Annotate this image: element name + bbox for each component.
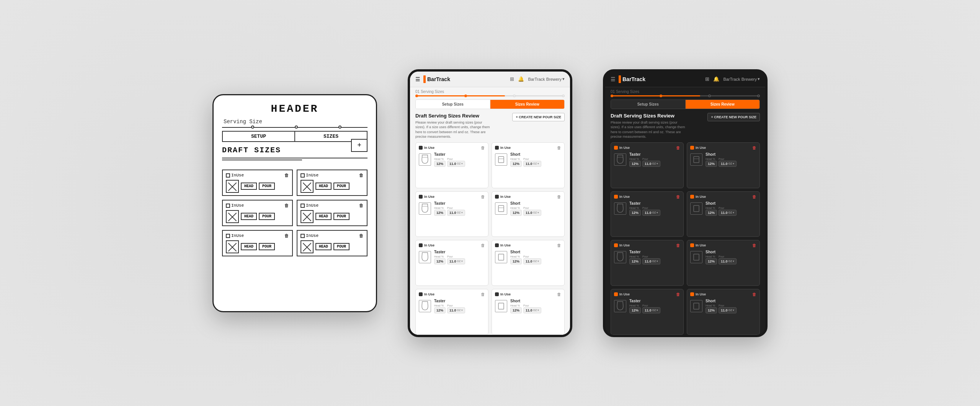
sketch-trash-1[interactable]: 🗑 [284,173,289,178]
light-head-val-4[interactable]: 12% [510,210,522,216]
dark-head-val-4[interactable]: 12% [706,210,717,216]
light-pour-val-3[interactable]: 11.0 OZ ▾ [447,210,465,216]
light-card-checkbox-1[interactable]: ✓ [419,146,423,150]
dark-pour-val-5[interactable]: 11.0 OZ ▾ [642,258,660,264]
sketch-checkbox-5[interactable] [226,234,230,238]
dark-card-delete-5[interactable]: 🗑 [676,243,680,248]
dark-card-delete-7[interactable]: 🗑 [676,292,680,297]
light-card-delete-1[interactable]: 🗑 [481,145,485,150]
light-card-delete-5[interactable]: 🗑 [481,243,485,248]
light-card-delete-6[interactable]: 🗑 [557,243,561,248]
dark-card-checkbox-3[interactable]: ✓ [614,195,618,199]
dark-brewery-label[interactable]: BarTrack Brewery ▾ [723,77,760,82]
light-head-val-3[interactable]: 12% [434,210,446,216]
dark-grid-icon[interactable]: ⊞ [705,76,709,82]
dark-logo: BarTrack [619,75,645,83]
light-card-delete-7[interactable]: 🗑 [481,292,485,297]
dark-bell-icon[interactable]: 🔔 [713,76,719,82]
tab-sizes-review[interactable]: Sizes Review [490,100,565,109]
dark-pour-val-7[interactable]: 11.0 OZ ▾ [642,307,660,313]
light-card-checkbox-6[interactable]: ✓ [495,243,499,247]
dark-create-pour-button[interactable]: + CREATE NEW POUR SIZE [707,113,760,121]
light-head-val-6[interactable]: 12% [510,258,522,264]
dark-head-val-8[interactable]: 12% [706,307,717,313]
dark-head-val-1[interactable]: 12% [629,161,641,167]
dark-head-val-3[interactable]: 12% [629,210,641,216]
dark-pour-val-8[interactable]: 11.0 OZ ▾ [719,307,737,313]
light-brewery-label[interactable]: BarTrack Brewery ▾ [528,77,565,82]
sketch-add-button[interactable]: + [351,139,368,152]
sketch-underline2 [222,160,302,160]
light-card-checkbox-3[interactable]: ✓ [419,195,423,199]
dark-card-delete-1[interactable]: 🗑 [676,145,680,150]
light-pour-val-1[interactable]: 11.0 OZ ▾ [447,161,465,167]
light-card-checkbox-7[interactable]: ✓ [419,292,423,296]
dark-head-val-7[interactable]: 12% [629,307,641,313]
dark-card-checkbox-4[interactable]: ✓ [690,195,694,199]
dark-pour-val-6[interactable]: 11.0 OZ ▾ [719,258,737,264]
dark-card-checkbox-2[interactable]: ✓ [690,146,694,150]
sketch-trash-5[interactable]: 🗑 [284,233,289,239]
light-card-delete-4[interactable]: 🗑 [557,194,561,199]
light-head-val-5[interactable]: 12% [434,258,446,264]
sketch-checkbox-3[interactable] [226,204,230,208]
dark-card-checkbox-1[interactable]: ✓ [614,146,618,150]
light-create-pour-button[interactable]: + CREATE NEW POUR SIZE [512,113,565,121]
dark-head-val-5[interactable]: 12% [629,258,641,264]
light-section-desc: Please review your draft serving sizes (… [415,120,492,139]
light-card-checkbox-5[interactable]: ✓ [419,243,423,247]
light-pour-val-5[interactable]: 11.0 OZ ▾ [447,258,465,264]
dark-pour-val-3[interactable]: 11.0 OZ ▾ [642,210,660,216]
light-pour-val-4[interactable]: 11.0 OZ ▾ [523,210,541,216]
dark-head-label-8: Head % [706,304,717,307]
light-pour-val-8[interactable]: 11.0 OZ ▾ [523,307,541,313]
sketch-checkbox-6[interactable] [301,234,305,238]
dark-card-checkbox-6[interactable]: ✓ [690,243,694,247]
sketch-trash-2[interactable]: 🗑 [359,173,364,178]
dark-card-checkbox-7[interactable]: ✓ [614,292,618,296]
light-menu-icon[interactable]: ☰ [415,76,420,82]
dark-card-checkbox-8[interactable]: ✓ [690,292,694,296]
dark-card-delete-2[interactable]: 🗑 [752,145,756,150]
light-card-checkbox-4[interactable]: ✓ [495,195,499,199]
tab-setup-sizes[interactable]: Setup Sizes [416,100,490,109]
sketch-glass-6 [301,240,314,253]
dark-pour-val-4[interactable]: 11.0 OZ ▾ [719,210,737,216]
dark-head-val-6[interactable]: 12% [706,258,717,264]
light-card-in-use-1: ✓ In Use [419,146,434,150]
light-card-checkbox-2[interactable]: ✓ [495,146,499,150]
light-pour-val-6[interactable]: 11.0 OZ ▾ [523,258,541,264]
light-pour-val-7[interactable]: 11.0 OZ ▾ [447,307,465,313]
dark-card-delete-8[interactable]: 🗑 [752,292,756,297]
dark-tab-setup-sizes[interactable]: Setup Sizes [611,100,686,109]
light-head-val-7[interactable]: 12% [434,307,446,313]
sketch-trash-3[interactable]: 🗑 [284,203,289,209]
light-head-val-8[interactable]: 12% [510,307,522,313]
dark-card-delete-4[interactable]: 🗑 [752,194,756,199]
dark-head-val-2[interactable]: 12% [706,161,717,167]
sketch-checkbox-4[interactable] [301,204,305,208]
light-pour-val-2[interactable]: 11.0 OZ ▾ [523,161,541,167]
light-head-val-1[interactable]: 12% [434,161,446,167]
dark-card-delete-6[interactable]: 🗑 [752,243,756,248]
light-head-val-2[interactable]: 12% [510,161,522,167]
sketch-checkbox-2[interactable] [301,173,305,178]
sketch-checkbox-1[interactable] [226,173,230,178]
dark-pour-val-2[interactable]: 11.0 OZ ▾ [719,161,737,167]
sketch-trash-4[interactable]: 🗑 [359,203,364,209]
dark-pour-val-1[interactable]: 11.0 OZ ▾ [642,161,660,167]
light-card-checkbox-8[interactable]: ✓ [495,292,499,296]
dark-card-checkbox-5[interactable]: ✓ [614,243,618,247]
sketch-tab-setup[interactable]: SETUP [223,132,295,141]
light-card-delete-8[interactable]: 🗑 [557,292,561,297]
light-grid-icon[interactable]: ⊞ [510,76,514,82]
dark-menu-icon[interactable]: ☰ [611,76,616,82]
light-card-delete-3[interactable]: 🗑 [481,194,485,199]
dark-tab-sizes-review[interactable]: Sizes Review [686,100,760,109]
dark-card-in-use-2: ✓ In Use [690,146,706,150]
dark-card-delete-3[interactable]: 🗑 [676,194,680,199]
light-bell-icon[interactable]: 🔔 [518,76,524,82]
sketch-trash-6[interactable]: 🗑 [359,233,364,239]
sketch-glass-2 [301,180,314,193]
light-card-delete-2[interactable]: 🗑 [557,145,561,150]
